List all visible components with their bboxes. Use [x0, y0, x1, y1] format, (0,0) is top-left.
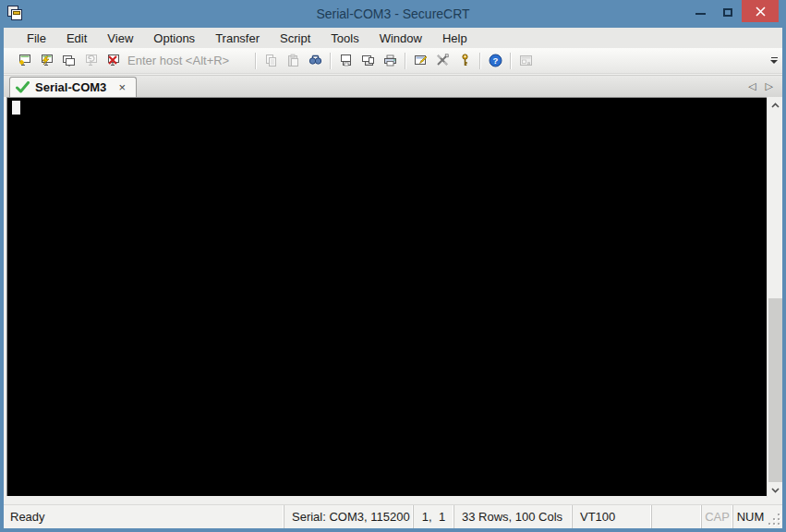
help-icon: ? — [488, 53, 503, 68]
tab-scroll-controls: ◁ ▷ — [748, 76, 782, 97]
copy-icon — [263, 53, 279, 68]
status-connection: Serial: COM3, 115200 — [284, 505, 413, 528]
chevron-down-icon — [771, 488, 780, 493]
toolbar-separator — [405, 53, 405, 69]
window-title: Serial-COM3 - SecureCRT — [0, 6, 786, 21]
status-num-lock: NUM — [732, 505, 768, 528]
tab-scroll-right-icon[interactable]: ▷ — [766, 80, 773, 92]
session-options-icon — [413, 53, 429, 68]
status-emulation: VT100 — [572, 505, 651, 528]
menu-view[interactable]: View — [97, 30, 143, 47]
window-controls — [686, 0, 779, 22]
reconnect-button[interactable] — [79, 51, 102, 71]
terminal-cursor — [12, 101, 20, 115]
scroll-up-button[interactable] — [768, 97, 782, 113]
paste-button[interactable] — [282, 51, 304, 71]
toolbar-separator — [510, 53, 511, 69]
scrollbar-thumb[interactable] — [768, 298, 782, 482]
toolbar-separator — [479, 53, 480, 69]
tab-bar: Serial-COM3 × ◁ ▷ — [4, 75, 782, 97]
quick-connect-icon — [39, 53, 54, 68]
find-icon — [308, 53, 323, 68]
close-button[interactable] — [742, 0, 779, 22]
session-options-button[interactable] — [409, 51, 431, 71]
file-transfer-icon: a — [518, 53, 534, 68]
vertical-scrollbar[interactable] — [767, 97, 782, 498]
maximize-icon — [723, 8, 732, 17]
copy-button[interactable] — [260, 51, 282, 71]
file-transfer-button[interactable]: a — [514, 51, 537, 71]
svg-text:?: ? — [492, 55, 498, 66]
print-button[interactable] — [379, 51, 401, 71]
paste-icon — [285, 53, 301, 68]
chevron-up-icon — [771, 103, 780, 108]
connected-check-icon — [16, 81, 30, 93]
reconnect-icon — [83, 53, 99, 68]
status-blank — [651, 505, 701, 528]
securecrt-window: Serial-COM3 - SecureCRT File Edit View O… — [0, 0, 786, 532]
keymap-editor-icon — [435, 53, 451, 68]
log-session-icon — [338, 53, 354, 68]
tab-serial-com3[interactable]: Serial-COM3 × — [9, 77, 137, 97]
menu-bar: File Edit View Options Transfer Script T… — [4, 28, 782, 48]
status-terminal-size: 33 Rows, 100 Cols — [453, 505, 572, 528]
menu-transfer[interactable]: Transfer — [205, 30, 270, 47]
menu-file[interactable]: File — [17, 30, 56, 47]
status-bar: Ready Serial: COM3, 115200 1, 1 33 Rows,… — [4, 504, 782, 528]
menu-edit[interactable]: Edit — [56, 30, 97, 47]
toolbar-overflow-icon — [771, 57, 778, 58]
title-bar: Serial-COM3 - SecureCRT — [0, 0, 786, 28]
log-session-button[interactable] — [334, 51, 357, 71]
menu-window[interactable]: Window — [369, 30, 432, 47]
tab-close-icon[interactable]: × — [115, 80, 128, 94]
terminal-area — [4, 97, 782, 501]
app-icon[interactable] — [7, 6, 24, 22]
minimize-icon — [695, 13, 706, 15]
agent-keys-icon — [457, 53, 473, 68]
resize-grip[interactable] — [768, 505, 782, 528]
terminal-screen[interactable] — [6, 97, 767, 496]
disconnect-icon — [105, 53, 121, 68]
scroll-down-button[interactable] — [768, 482, 782, 498]
tab-scroll-left-icon[interactable]: ◁ — [748, 80, 756, 92]
menu-help[interactable]: Help — [432, 30, 478, 47]
maximize-button[interactable] — [714, 0, 742, 22]
window-body: File Edit View Options Transfer Script T… — [4, 28, 782, 528]
toolbar: ? a — [4, 48, 782, 74]
keymap-editor-button[interactable] — [431, 51, 453, 71]
help-button[interactable]: ? — [484, 51, 506, 71]
status-ready: Ready — [4, 505, 284, 528]
host-input[interactable] — [127, 52, 248, 70]
minimize-button[interactable] — [686, 0, 714, 22]
quick-connect-button[interactable] — [35, 51, 57, 71]
menu-options[interactable]: Options — [143, 30, 205, 47]
status-cursor-position: 1, 1 — [413, 505, 453, 528]
connect-icon — [17, 53, 32, 68]
print-icon — [382, 53, 398, 68]
menu-tools[interactable]: Tools — [320, 30, 369, 47]
raw-log-button[interactable] — [357, 51, 379, 71]
raw-log-icon — [360, 53, 376, 68]
connect-button[interactable] — [13, 51, 35, 71]
disconnect-button[interactable] — [102, 51, 124, 71]
connect-in-tab-icon — [61, 53, 77, 68]
menu-script[interactable]: Script — [270, 30, 320, 47]
close-icon — [756, 6, 766, 17]
tab-label: Serial-COM3 — [35, 80, 106, 94]
agent-keys-button[interactable] — [453, 51, 476, 71]
find-button[interactable] — [304, 51, 326, 71]
toolbar-separator — [255, 53, 256, 69]
toolbar-separator — [330, 53, 331, 69]
status-caps-lock: CAP — [701, 505, 732, 528]
connect-in-tab-button[interactable] — [57, 51, 79, 71]
toolbar-overflow-button[interactable] — [768, 51, 780, 71]
